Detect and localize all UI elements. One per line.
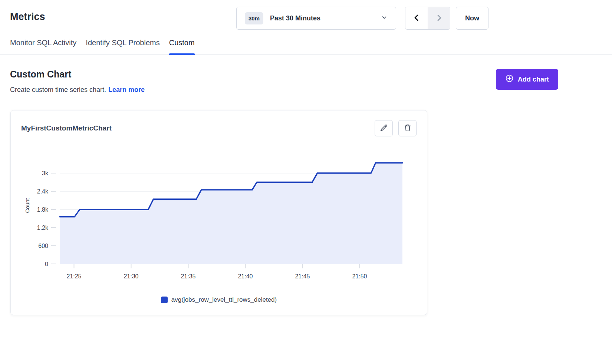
next-time-button[interactable]	[428, 7, 450, 29]
chart-title: MyFirstCustomMetricChart	[21, 124, 112, 132]
svg-text:21:25: 21:25	[66, 273, 81, 279]
chevron-left-icon	[412, 13, 421, 23]
learn-more-link[interactable]: Learn more	[108, 86, 145, 93]
page-title: Metrics	[10, 11, 45, 23]
svg-text:2.4k: 2.4k	[37, 188, 49, 195]
legend-series-label: avg(jobs_row_level_ttl_rows_deleted)	[171, 296, 277, 304]
plus-circle-icon	[505, 74, 514, 85]
tab-custom[interactable]: Custom	[169, 36, 195, 54]
svg-text:21:40: 21:40	[238, 273, 253, 279]
time-step-buttons	[405, 7, 450, 30]
svg-text:1.2k: 1.2k	[37, 225, 49, 231]
metrics-tabs: Monitor SQL Activity Identify SQL Proble…	[0, 36, 612, 55]
svg-text:21:50: 21:50	[352, 273, 367, 279]
custom-chart-section-header: Custom Chart Create custom time series c…	[10, 69, 602, 94]
svg-text:21:45: 21:45	[295, 273, 310, 279]
time-series-chart[interactable]: 06001.2k1.8k2.4k3k21:2521:3021:3521:4021…	[31, 146, 405, 280]
time-controls: 30m Past 30 Minutes Now	[236, 7, 488, 30]
edit-chart-button[interactable]	[375, 120, 393, 136]
section-subtitle: Create custom time series chart.Learn mo…	[10, 86, 145, 94]
top-bar: Metrics 30m Past 30 Minutes Now	[0, 0, 612, 36]
chart-legend: avg(jobs_row_level_ttl_rows_deleted)	[21, 287, 417, 310]
tab-identify-sql-problems[interactable]: Identify SQL Problems	[86, 36, 159, 54]
section-text: Custom Chart Create custom time series c…	[10, 69, 145, 94]
prev-time-button[interactable]	[405, 7, 428, 29]
svg-text:21:30: 21:30	[124, 273, 138, 279]
svg-text:0: 0	[45, 261, 48, 267]
add-chart-label: Add chart	[518, 76, 549, 83]
chevron-right-icon	[435, 13, 444, 23]
time-range-label: Past 30 Minutes	[270, 14, 374, 22]
svg-text:1.8k: 1.8k	[37, 206, 49, 213]
y-axis-title: Count	[24, 195, 30, 217]
svg-text:21:35: 21:35	[181, 273, 195, 279]
trash-icon	[404, 124, 412, 133]
time-range-badge: 30m	[245, 12, 263, 24]
custom-chart-card: MyFirstCustomMetricChart Count 06001.2k1…	[10, 110, 427, 315]
legend-swatch	[161, 297, 168, 303]
add-chart-button[interactable]: Add chart	[496, 69, 558, 90]
tab-monitor-sql-activity[interactable]: Monitor SQL Activity	[10, 36, 76, 54]
chart-actions	[375, 120, 417, 136]
svg-text:600: 600	[38, 243, 48, 249]
chart-area: Count 06001.2k1.8k2.4k3k21:2521:3021:352…	[21, 146, 417, 282]
delete-chart-button[interactable]	[398, 120, 417, 136]
pencil-icon	[380, 124, 388, 133]
now-button[interactable]: Now	[456, 7, 488, 30]
chevron-down-icon	[381, 14, 388, 22]
section-title: Custom Chart	[10, 69, 145, 80]
chart-card-header: MyFirstCustomMetricChart	[21, 120, 417, 136]
section-subtitle-text: Create custom time series chart.	[10, 86, 106, 93]
svg-text:3k: 3k	[42, 170, 49, 176]
time-range-dropdown[interactable]: 30m Past 30 Minutes	[236, 7, 396, 30]
